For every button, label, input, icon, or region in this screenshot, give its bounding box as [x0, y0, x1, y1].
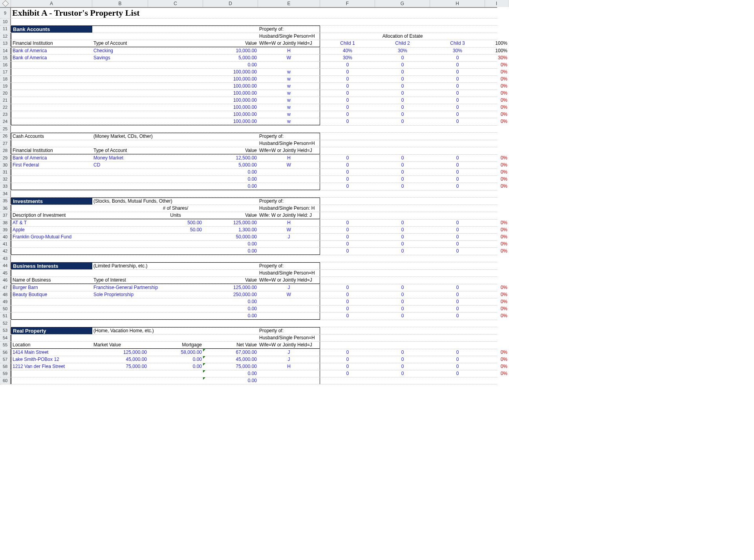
- cell-23-D[interactable]: 100,000.00: [203, 111, 258, 118]
- cell-12-I[interactable]: [485, 33, 509, 40]
- cell-49-A[interactable]: [11, 298, 92, 305]
- cell-13-F[interactable]: Child 1: [320, 40, 375, 47]
- cell-54-A[interactable]: [11, 335, 92, 341]
- cell-19-A[interactable]: [11, 83, 92, 90]
- cell-42-F[interactable]: 0: [320, 248, 375, 254]
- cell-14-G[interactable]: 30%: [375, 48, 430, 54]
- cell-29-A[interactable]: Bank of America: [11, 155, 92, 161]
- cell-27-D[interactable]: [203, 140, 258, 147]
- cell-51-F[interactable]: 0: [320, 313, 375, 319]
- row-header-60[interactable]: 60: [0, 377, 11, 384]
- row-header-40[interactable]: 40: [0, 234, 11, 240]
- cell-14-H[interactable]: 30%: [430, 48, 485, 54]
- cell-41-G[interactable]: 0: [375, 241, 430, 247]
- row-header-24[interactable]: 24: [0, 118, 11, 125]
- cell-30-B[interactable]: CD: [92, 162, 148, 168]
- cell-14-B[interactable]: Checking: [92, 48, 148, 54]
- cell-30-I[interactable]: 0%: [485, 162, 509, 168]
- cell-16-H[interactable]: 0: [430, 62, 485, 68]
- cell-21-B[interactable]: [92, 97, 148, 104]
- cell-31-D[interactable]: 0.00: [203, 169, 258, 176]
- cell-10-I[interactable]: [485, 18, 509, 25]
- cell-27-I[interactable]: [485, 140, 509, 147]
- cell-42-C[interactable]: [148, 248, 203, 255]
- cell-39-I[interactable]: 0%: [485, 227, 509, 233]
- cell-55-I[interactable]: [485, 342, 509, 348]
- cell-44-F[interactable]: [320, 262, 375, 269]
- cell-49-C[interactable]: [148, 298, 203, 305]
- cell-33-G[interactable]: 0: [375, 183, 430, 190]
- cell-22-D[interactable]: 100,000.00: [203, 104, 258, 111]
- cell-10-H[interactable]: [430, 18, 485, 25]
- cell-22-H[interactable]: 0: [430, 104, 485, 111]
- cell-57-G[interactable]: 0: [375, 356, 430, 363]
- cell-24-A[interactable]: [11, 118, 92, 125]
- cell-35-G[interactable]: [375, 198, 430, 204]
- cell-56-B[interactable]: 125,000.00: [92, 349, 148, 356]
- cell-24-C[interactable]: [148, 118, 203, 125]
- cell-24-B[interactable]: [92, 118, 148, 125]
- cell-40-I[interactable]: 0%: [485, 234, 509, 240]
- cell-32-D[interactable]: 0.00: [203, 176, 258, 183]
- column-header-f[interactable]: F: [320, 0, 375, 7]
- cell-48-I[interactable]: 0%: [485, 291, 509, 298]
- cell-57-A[interactable]: Lake Smith-POBox 12: [11, 356, 92, 363]
- cell-9-I[interactable]: [485, 8, 509, 18]
- cell-15-D[interactable]: 5,000.00: [203, 55, 258, 61]
- cell-23-F[interactable]: 0: [320, 111, 375, 118]
- row-header-30[interactable]: 30: [0, 162, 11, 168]
- row-header-16[interactable]: 16: [0, 62, 11, 68]
- cell-44-C[interactable]: [148, 262, 203, 269]
- row-header-20[interactable]: 20: [0, 90, 11, 97]
- row-header-46[interactable]: 46: [0, 277, 11, 284]
- cell-28-E[interactable]: Wife=W or Jointly Held=J: [258, 147, 320, 154]
- cell-45-H[interactable]: [430, 270, 485, 276]
- cell-48-D[interactable]: 250,000.00: [203, 291, 258, 298]
- row-header-29[interactable]: 29: [0, 155, 11, 161]
- cell-59-A[interactable]: [11, 370, 92, 377]
- cell-29-E[interactable]: H: [258, 155, 320, 161]
- cell-59-E[interactable]: [258, 370, 320, 377]
- cell-20-D[interactable]: 100,000.00: [203, 90, 258, 97]
- cell-49-I[interactable]: 0%: [485, 298, 509, 305]
- cell-41-E[interactable]: [258, 241, 320, 247]
- cell-35-H[interactable]: [430, 198, 485, 204]
- cell-23-H[interactable]: 0: [430, 111, 485, 118]
- cell-32-G[interactable]: 0: [375, 176, 430, 183]
- cell-9-H[interactable]: [430, 8, 485, 18]
- cell-55-C[interactable]: Mortgage: [148, 342, 203, 349]
- cell-57-D[interactable]: 45,000.00: [203, 356, 258, 363]
- cell-36-C[interactable]: # of Shares/: [148, 205, 203, 212]
- cell-42-A[interactable]: [11, 248, 92, 255]
- cell-58-I[interactable]: 0%: [485, 363, 509, 370]
- cell-43-C[interactable]: [148, 255, 203, 262]
- cell-11-E[interactable]: Property of:: [258, 26, 320, 33]
- cell-13-I[interactable]: 100%: [485, 40, 509, 47]
- column-header-e[interactable]: E: [258, 0, 320, 7]
- cell-34-F[interactable]: [320, 190, 375, 197]
- row-header-44[interactable]: 44: [0, 262, 11, 269]
- cell-40-B[interactable]: [92, 234, 148, 240]
- cell-50-C[interactable]: [148, 306, 203, 312]
- cell-12-G[interactable]: Allocation of Estate: [375, 33, 430, 40]
- row-header-12[interactable]: 12: [0, 33, 11, 40]
- cell-58-A[interactable]: 1212 Van der Flea Street: [11, 363, 92, 370]
- cell-18-A[interactable]: [11, 76, 92, 82]
- row-header-10[interactable]: 10: [0, 18, 11, 25]
- cell-32-F[interactable]: 0: [320, 176, 375, 183]
- row-header-37[interactable]: 37: [0, 212, 11, 219]
- cell-33-F[interactable]: 0: [320, 183, 375, 190]
- cell-36-A[interactable]: [11, 205, 92, 212]
- cell-55-E[interactable]: Wife=W or Jointly Held=J: [258, 342, 320, 349]
- cell-40-A[interactable]: Franklin Group-Mutual Fund: [11, 234, 92, 240]
- cell-45-E[interactable]: Husband/Single Person=H: [258, 270, 320, 276]
- cell-25-E[interactable]: [258, 126, 320, 132]
- cell-56-A[interactable]: 1414 Main Street: [11, 349, 92, 356]
- cell-31-B[interactable]: [92, 169, 148, 176]
- cell-36-G[interactable]: [375, 205, 430, 212]
- cell-11-C[interactable]: [148, 26, 203, 33]
- cell-26-F[interactable]: [320, 133, 375, 139]
- cell-42-D[interactable]: 0.00: [203, 248, 258, 255]
- cell-39-F[interactable]: 0: [320, 227, 375, 233]
- cell-17-C[interactable]: [148, 69, 203, 75]
